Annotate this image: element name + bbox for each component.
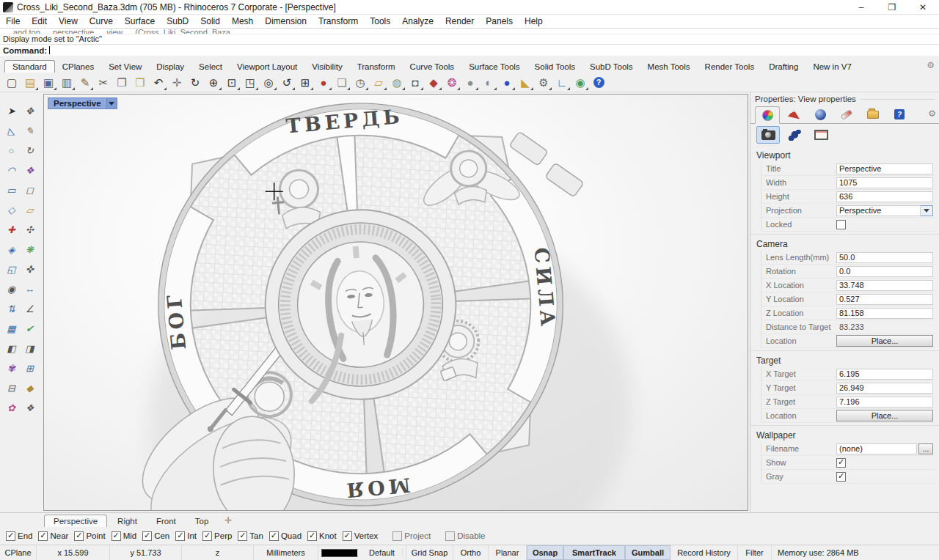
toolbar-tab[interactable]: Standard [4, 60, 55, 73]
menu-item[interactable]: Analyze [396, 16, 439, 26]
osnap-toggle[interactable]: Cen [142, 531, 169, 541]
record-history-toggle[interactable]: Record History [671, 545, 738, 560]
scale-tool-icon[interactable]: ↔ [21, 279, 39, 299]
zoom-in-icon[interactable]: ⊕ [205, 73, 222, 91]
polyline-tool-icon[interactable]: ◺ [2, 121, 21, 141]
display-mode-car-icon[interactable]: ● [315, 73, 332, 91]
toolbar-tab[interactable]: Set View [101, 61, 149, 73]
menu-item[interactable]: SubD [161, 16, 194, 26]
menu-item[interactable]: Surface [119, 16, 161, 26]
viewport-canvas[interactable]: Perspective [43, 94, 748, 511]
add-point-icon[interactable]: ✚ [2, 220, 21, 240]
array-tool-icon[interactable]: ▦ [2, 319, 21, 339]
osnap-toggle[interactable]: Perp [202, 531, 232, 541]
undo-view-icon[interactable]: ↺ [278, 73, 296, 91]
chevron-down-icon[interactable] [106, 97, 117, 109]
z-target-field[interactable]: 7.196 [836, 397, 933, 408]
help-icon[interactable]: ? [590, 73, 607, 91]
viewport-title[interactable]: Perspective [48, 97, 106, 109]
x-location-field[interactable]: 33.748 [836, 280, 933, 291]
osnap-toggle[interactable]: Project [392, 531, 431, 541]
viewport-tab[interactable]: Top [186, 515, 218, 527]
material-tab[interactable] [834, 106, 859, 123]
viewport-tab[interactable]: Front [147, 515, 185, 527]
save-icon[interactable]: ▣ [40, 73, 57, 91]
menu-item[interactable]: Dimension [259, 16, 313, 26]
toolbar-tab[interactable]: Transform [350, 61, 403, 73]
offset-tool-icon[interactable]: ✜ [21, 259, 39, 279]
toolbar-tab[interactable]: Mesh Tools [640, 61, 698, 73]
command-input[interactable]: Command: [0, 44, 939, 56]
display-tab[interactable] [781, 106, 806, 123]
layer-state-icon[interactable]: ▱ [370, 73, 387, 91]
place-camera-button[interactable]: Place... [836, 335, 933, 347]
arc-tool-icon[interactable]: ◠ [2, 161, 21, 180]
menu-item[interactable]: Solid [194, 16, 226, 26]
polygon-tool-icon[interactable]: ◇ [2, 200, 21, 220]
align-tool-icon[interactable]: ⇅ [2, 299, 21, 319]
osnap-toggle[interactable]: Disable [445, 531, 485, 541]
zoom-window-icon[interactable]: ⊡ [223, 73, 241, 91]
check-tool-icon[interactable]: ✔ [21, 319, 39, 339]
osnap-toggle[interactable]: Knot [307, 531, 337, 541]
viewport-rect-subtab[interactable] [809, 126, 833, 144]
width-field[interactable]: 1075 [836, 177, 933, 188]
show-checkbox[interactable] [836, 458, 846, 468]
units-button[interactable]: Millimeters [254, 545, 318, 560]
menu-item[interactable]: Edit [26, 16, 53, 26]
menu-item[interactable]: File [0, 16, 26, 26]
osnap-toggle[interactable]: Vertex [343, 531, 379, 541]
toolbar-tab[interactable]: Display [149, 61, 191, 73]
blend-tool-icon[interactable]: ✾ [2, 358, 21, 378]
toolbar-options-gear-icon[interactable]: ⚙ [927, 60, 935, 70]
gem-tool-icon[interactable]: ◆ [21, 378, 39, 398]
boolean-tool-icon[interactable]: ⊟ [2, 378, 21, 398]
osnap-toggle[interactable]: Near [38, 531, 68, 541]
zoom-selected-icon[interactable]: ◎ [260, 73, 277, 91]
toolbar-tab[interactable]: CPlanes [55, 61, 101, 73]
annotate-tool-icon[interactable]: ✎ [21, 121, 39, 141]
point-tool-icon[interactable]: ◉ [2, 279, 21, 299]
plane-tool-icon[interactable]: ▱ [21, 200, 39, 220]
lens-field[interactable]: 50.0 [836, 252, 933, 263]
osnap-toggle[interactable]: Quad [269, 531, 302, 541]
render-tab[interactable] [808, 106, 833, 123]
undo-icon[interactable]: ↶ [150, 73, 167, 91]
menu-item[interactable]: Tools [364, 16, 396, 26]
viewport-tab[interactable]: Perspective [44, 515, 107, 527]
gumball-toggle[interactable]: Gumball [625, 545, 671, 560]
cplane-button[interactable]: CPlane [0, 545, 37, 560]
toolbar-tab[interactable]: Render Tools [698, 61, 762, 73]
visibility-bulb-icon[interactable]: ◍ [388, 73, 406, 91]
circle-tool-icon[interactable]: ○ [2, 141, 21, 161]
cut-icon[interactable]: ✂ [95, 73, 112, 91]
move-tool-icon[interactable]: ✥ [21, 101, 39, 121]
menu-item[interactable]: Render [439, 16, 480, 26]
height-field[interactable]: 636 [836, 191, 933, 202]
viewport-title-menu[interactable]: Perspective [48, 97, 117, 109]
cplane-clock-icon[interactable]: ◷ [351, 73, 369, 91]
pan-icon[interactable]: ✛ [168, 73, 186, 91]
rotate-tool-icon[interactable]: ↻ [21, 141, 39, 161]
viewport-tab[interactable]: Right [109, 515, 146, 527]
angle-tool-icon[interactable]: ∠ [21, 299, 39, 319]
panel-menu-gear-icon[interactable]: ⚙ [928, 108, 936, 119]
restore-button[interactable]: ❐ [886, 2, 898, 12]
toolbar-tab[interactable]: Drafting [761, 61, 805, 73]
menu-item[interactable]: View [53, 16, 84, 26]
layer-button[interactable]: Default [318, 545, 406, 560]
toolbar-tab[interactable]: Surface Tools [461, 61, 527, 73]
edit-note-icon[interactable]: ✎ [76, 73, 94, 91]
toolbar-tab[interactable]: SubD Tools [582, 61, 640, 73]
menu-item[interactable]: Transform [313, 16, 364, 26]
rectangle-tool-icon[interactable]: ▭ [2, 180, 21, 200]
open-folder-icon[interactable]: ▤ [21, 73, 39, 91]
grid-snap-toggle[interactable]: Grid Snap [406, 545, 453, 560]
wallpaper-filename-field[interactable]: (none) [836, 443, 917, 454]
mesh-tool-icon[interactable]: ❋ [21, 240, 39, 259]
menu-item[interactable]: Panels [480, 16, 519, 26]
analyze-wedge-icon[interactable]: ◆ [425, 73, 442, 91]
toolbar-tab[interactable]: Viewport Layout [230, 61, 304, 73]
menu-item[interactable]: Mesh [226, 16, 259, 26]
menu-item[interactable]: Curve [84, 16, 119, 26]
